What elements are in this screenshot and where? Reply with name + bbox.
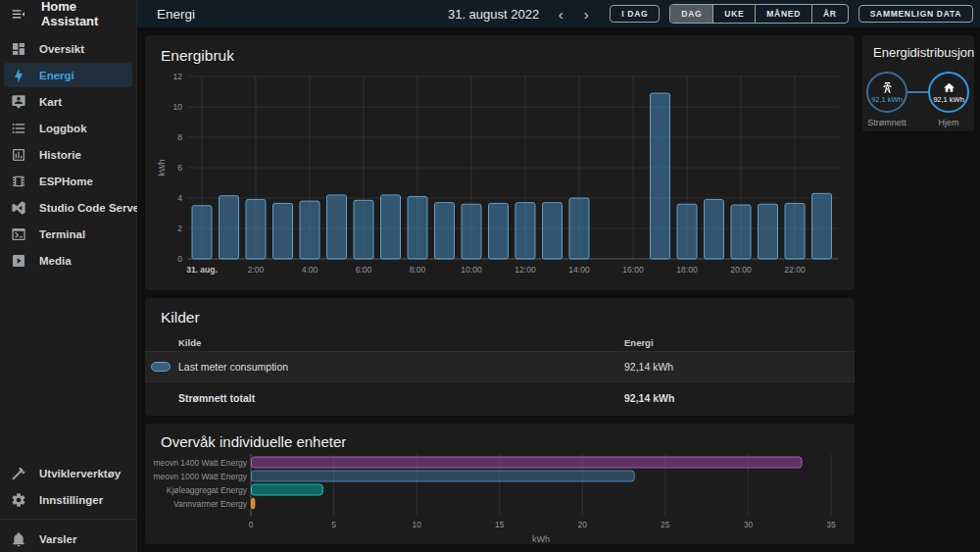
- home-node: 92,1 kWh: [928, 72, 969, 113]
- sidebar-item-media[interactable]: Media: [4, 248, 132, 273]
- play-box-icon: [11, 253, 26, 269]
- svg-text:22:00: 22:00: [784, 265, 806, 275]
- gear-icon: [11, 492, 26, 508]
- sidebar-header: Home Assistant: [0, 0, 136, 27]
- source-value: 92,14 kWh: [624, 361, 673, 373]
- home-assistant-app: Home Assistant Oversikt Energi Kart Logg…: [0, 0, 980, 552]
- svg-text:4: 4: [177, 193, 182, 203]
- sidebar-item-kart[interactable]: Kart: [4, 89, 132, 114]
- sources-card: Kilder Kilde Energi Last meter consumpti…: [145, 298, 855, 416]
- sidebar-nav: Oversikt Energi Kart Loggbok Historie ES…: [0, 35, 136, 274]
- compare-data-button[interactable]: SAMMENLIGN DATA: [858, 5, 973, 23]
- svg-text:18:00: 18:00: [676, 265, 698, 275]
- next-day-button[interactable]: ›: [576, 4, 596, 24]
- svg-text:6:00: 6:00: [356, 265, 372, 275]
- lightning-bolt-icon: [11, 68, 26, 83]
- svg-text:Kjøleaggregat Energy: Kjøleaggregat Energy: [167, 485, 248, 495]
- svg-text:31. aug.: 31. aug.: [186, 265, 218, 275]
- svg-text:16:00: 16:00: [622, 265, 644, 275]
- devices-title: Overvåk individuelle enheter: [161, 433, 847, 450]
- total-name: Strømnett totalt: [178, 392, 255, 404]
- svg-text:Varmeovn 1400 Watt Energy: Varmeovn 1400 Watt Energy: [153, 458, 248, 468]
- header-controls: 31. august 2022 ‹ › I DAG DAG UKE MÅNED …: [448, 4, 973, 24]
- sidebar-item-utviklerverktoy[interactable]: Utviklerverktøy: [4, 461, 132, 485]
- svg-text:20: 20: [578, 520, 588, 529]
- devices-chart: 05101520253035Varmeovn 1400 Watt EnergyV…: [153, 452, 847, 550]
- home-icon: [943, 81, 956, 94]
- svg-text:Varmeovn 1000 Watt Energy: Varmeovn 1000 Watt Energy: [153, 472, 248, 481]
- svg-text:10:00: 10:00: [461, 265, 482, 275]
- period-week-button[interactable]: UKE: [712, 5, 755, 23]
- sidebar-spacer: [0, 274, 136, 452]
- svg-text:4:00: 4:00: [302, 265, 318, 275]
- series-color-swatch: [151, 362, 171, 372]
- app-title: Home Assistant: [41, 0, 136, 28]
- svg-text:8:00: 8:00: [410, 265, 426, 275]
- transmission-tower-icon: [881, 81, 894, 94]
- grid-node: 92,1 kWh: [866, 72, 907, 113]
- sidebar-toggle-icon[interactable]: [10, 5, 27, 23]
- source-name: Last meter consumption: [178, 361, 288, 373]
- date-label: 31. august 2022: [448, 7, 539, 22]
- svg-text:12: 12: [173, 72, 183, 81]
- period-year-button[interactable]: ÅR: [811, 5, 848, 23]
- svg-text:10: 10: [412, 520, 421, 529]
- sidebar-item-energi[interactable]: Energi: [4, 63, 132, 87]
- svg-text:25: 25: [661, 520, 670, 529]
- period-month-button[interactable]: MÅNED: [755, 5, 811, 23]
- svg-text:kWh: kWh: [532, 534, 550, 544]
- column-kilde: Kilde: [178, 337, 201, 348]
- sidebar-item-terminal[interactable]: Terminal: [4, 222, 132, 246]
- svg-text:8: 8: [177, 132, 182, 142]
- page-title: Energi: [157, 7, 195, 22]
- chip-icon: [11, 174, 26, 189]
- period-day-button[interactable]: DAG: [670, 5, 712, 23]
- svg-text:35: 35: [826, 520, 836, 529]
- sources-table-header: Kilde Energi: [145, 334, 855, 352]
- grid-label: Strømnett: [861, 118, 912, 127]
- home-value: 92,1 kWh: [933, 95, 964, 104]
- svg-text:kWh: kWh: [157, 159, 167, 176]
- bell-icon: [11, 531, 26, 547]
- sidebar-item-historie[interactable]: Historie: [4, 142, 132, 167]
- total-value: 92,14 kWh: [624, 392, 674, 404]
- sidebar-item-varsler[interactable]: Varsler: [4, 527, 132, 551]
- sidebar-item-oversikt[interactable]: Oversikt: [4, 36, 132, 61]
- svg-text:30: 30: [744, 520, 754, 529]
- sidebar-item-studio-code-server[interactable]: Studio Code Server: [4, 195, 132, 220]
- svg-text:5: 5: [331, 520, 336, 529]
- today-button[interactable]: I DAG: [610, 5, 660, 23]
- previous-day-button[interactable]: ‹: [551, 4, 570, 24]
- home-label: Hjem: [923, 118, 974, 127]
- distribution-card: Energidistribusjon 92,1 kWh 92,1 kWh Str…: [862, 35, 974, 131]
- energy-dashboard: Energibruk 02468101231. aug.2:004:006:00…: [137, 27, 980, 552]
- svg-text:2: 2: [177, 224, 182, 233]
- energy-usage-chart: 02468101231. aug.2:004:006:008:0010:0012…: [153, 65, 847, 288]
- energy-usage-card: Energibruk 02468101231. aug.2:004:006:00…: [145, 35, 855, 290]
- table-row-total: Strømnett totalt 92,14 kWh: [145, 382, 855, 413]
- chart-box-icon: [11, 147, 26, 163]
- svg-text:6: 6: [177, 163, 182, 173]
- svg-text:20:00: 20:00: [730, 265, 752, 275]
- sources-title: Kilder: [145, 298, 855, 334]
- devices-card: Overvåk individuelle enheter 05101520253…: [145, 424, 855, 544]
- table-row-last-meter: Last meter consumption 92,14 kWh: [145, 352, 855, 382]
- list-icon: [11, 121, 26, 136]
- main-area: Energi 31. august 2022 ‹ › I DAG DAG UKE…: [137, 0, 980, 552]
- sidebar-item-loggbok[interactable]: Loggbok: [4, 116, 132, 140]
- hammer-icon: [11, 466, 26, 481]
- left-column: Energibruk 02468101231. aug.2:004:006:00…: [145, 35, 855, 544]
- period-selector: DAG UKE MÅNED ÅR: [669, 4, 848, 24]
- sidebar-bottom-nav: Utviklerverktøy Innstillinger Varsler: [0, 460, 136, 552]
- top-header: Energi 31. august 2022 ‹ › I DAG DAG UKE…: [137, 0, 980, 27]
- svg-text:0: 0: [177, 254, 182, 264]
- code-icon: [11, 200, 26, 216]
- sidebar: Home Assistant Oversikt Energi Kart Logg…: [0, 0, 137, 552]
- console-icon: [11, 226, 26, 242]
- sidebar-item-esphome[interactable]: ESPHome: [4, 169, 132, 193]
- svg-text:10: 10: [173, 102, 183, 112]
- view-dashboard-icon: [11, 41, 26, 57]
- right-column: Energidistribusjon 92,1 kWh 92,1 kWh Str…: [862, 35, 974, 544]
- energy-usage-title: Energibruk: [161, 47, 847, 65]
- sidebar-item-innstillinger[interactable]: Innstillinger: [4, 487, 132, 512]
